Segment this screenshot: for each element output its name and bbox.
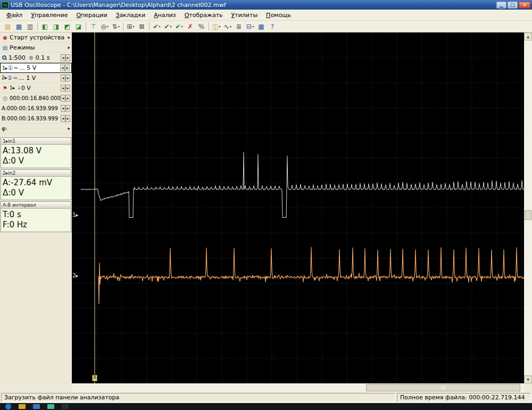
measure-panel-interval: A-B интервал T:0 s F:0 Hz [1, 201, 71, 232]
marker-b-button[interactable]: ✔▾ [162, 21, 173, 31]
measure-panel-ch2-header[interactable]: 2▸in2 [1, 170, 71, 177]
menu-help[interactable]: Помощь [262, 10, 295, 20]
clear-markers-button[interactable]: ✗ [185, 21, 196, 31]
panel-layout-3-button[interactable]: ◩ [62, 21, 73, 31]
channel-1-range-value: ... 5 V [19, 64, 36, 71]
print-button[interactable]: ▥ [24, 21, 36, 31]
usb-oscilloscope-window: ∿ USB Oscilloscope - C:\Users\Manager\De… [0, 0, 532, 410]
save-button[interactable]: ▦ [13, 21, 24, 31]
channel-1-range-down-button[interactable]: ◂ [60, 64, 65, 71]
channel-1-range-up-button[interactable]: ▸ [65, 64, 70, 71]
channel-2-row[interactable]: 2▸ ② ≈ ... 1 V ◂ ▸ [0, 73, 72, 83]
start-button[interactable] [5, 404, 11, 409]
scroll-down-button[interactable]: ▼ [524, 375, 532, 383]
phase-row[interactable]: φ: ▸ [0, 124, 72, 134]
minimize-button[interactable]: ▁ [496, 2, 506, 9]
channel-2-range-up-button[interactable]: ▸ [65, 75, 70, 81]
status-bar: Загрузить файл панели анализатора Полное… [0, 392, 532, 403]
measure-panel-ch1-header[interactable]: 1▸in1 [1, 138, 71, 145]
menu-bookmarks[interactable]: Закладки [112, 10, 150, 20]
panel-layout-4-button-icon: ◪ [76, 23, 81, 30]
marker-b-left-button[interactable]: ◂ [61, 115, 65, 122]
list-view-button[interactable]: ≣ [233, 21, 244, 31]
list-view-button-icon: ≣ [236, 23, 242, 30]
graph-view-button[interactable]: ∿▾ [222, 21, 233, 31]
marker-a-button-icon: ✔ [153, 23, 158, 30]
marker-a-button[interactable]: ✔▾ [151, 21, 162, 31]
open-file-button[interactable]: ▤ [2, 21, 13, 31]
taskbar-app2-icon[interactable] [47, 404, 54, 409]
trigger-down-button[interactable]: ◂ [61, 85, 65, 92]
title-bar[interactable]: ∿ USB Oscilloscope - C:\Users\Manager\De… [0, 0, 532, 10]
panel-layout-1-button[interactable]: ◧ [39, 21, 51, 31]
file-total-time: Полное время файла: 000:00:22.719.144 [397, 393, 531, 402]
marker-a-left-button[interactable]: ◂ [61, 105, 65, 112]
zoom-extents-button[interactable]: ⊠ [136, 21, 147, 31]
grid-view-button[interactable]: ▦ [255, 21, 267, 31]
channel-1-row[interactable]: 1▸ ① ≈ ... 5 V ◂ ▸ [0, 63, 72, 73]
marker-ab-button[interactable]: ✔▾ [173, 21, 185, 31]
pan-mode-button[interactable]: ⇅▾ [110, 21, 121, 31]
cursor-time-row[interactable]: ◷ 000:00:16.840.000 ◂ ▸ [0, 93, 72, 103]
panel-layout-2-button-icon: ◨ [53, 23, 59, 30]
marker-b-right-button[interactable]: ▸ [65, 115, 70, 122]
phase-label: φ: [2, 125, 7, 132]
start-device-row[interactable]: ◉ Старт устройства ▸ [0, 32, 72, 43]
zoom-increase-button[interactable]: ▸ [65, 54, 70, 61]
menu-management[interactable]: Управление [27, 10, 72, 20]
marker-a-row[interactable]: A:000:00:16.939.999 ◂ ▸ [0, 103, 72, 113]
trigger-row[interactable]: ⚑ 1▸ ↓ 0 V ◂ ▸ [0, 83, 72, 93]
measure-button[interactable]: ⊤ [88, 21, 99, 31]
modes-row[interactable]: ▤ Режимы ▸ [0, 43, 72, 53]
statistics-button[interactable]: % [196, 21, 207, 31]
print-button-icon: ▥ [27, 23, 33, 30]
panel-layout-1-button-icon: ◧ [42, 23, 48, 30]
taskbar-folder-icon[interactable] [19, 404, 26, 409]
vertical-scrollbar[interactable]: ▲ ▼ [524, 32, 532, 383]
help-button[interactable]: ? [267, 21, 278, 31]
toolbar-separator [123, 22, 123, 30]
vertical-scroll-thumb[interactable] [525, 210, 531, 220]
analyzer-panel-button[interactable]: ◫▾ [211, 21, 222, 31]
zoom-extents-button-icon: ⊠ [139, 23, 144, 30]
scroll-up-button[interactable]: ▲ [524, 32, 532, 40]
scope-canvas[interactable] [72, 32, 524, 383]
measure-panel-interval-header[interactable]: A-B интервал [1, 202, 71, 209]
menu-utilities[interactable]: Утилиты [227, 10, 262, 20]
cursor-left-button[interactable]: ◂ [61, 95, 65, 102]
grid-view-button-icon: ▦ [258, 23, 264, 30]
marker-a-right-button[interactable]: ▸ [65, 105, 70, 112]
menu-display[interactable]: Отображать [180, 10, 227, 20]
thumb-grip-icon [442, 386, 442, 390]
expand-arrow-icon: ▸ [68, 45, 70, 50]
trigger-up-button[interactable]: ▸ [65, 85, 70, 92]
caret-down-icon: ▾ [159, 24, 161, 28]
horizontal-scroll-thumb[interactable] [366, 384, 520, 391]
panel-layout-2-button[interactable]: ◨ [51, 21, 62, 31]
marker-b-row[interactable]: B:000:00:16.939.999 ◂ ▸ [0, 113, 72, 124]
taskbar-app1-icon[interactable] [33, 404, 40, 409]
menu-analysis[interactable]: Анализ [149, 10, 180, 20]
thumb-grip-icon [443, 386, 444, 390]
scope-display[interactable]: 1▸2▸A [72, 32, 524, 383]
horizontal-scrollbar[interactable] [72, 383, 524, 392]
cursor-a-label[interactable]: A [92, 375, 97, 381]
zoom-mode-button[interactable]: ◎▾ [99, 21, 110, 31]
zoom-decrease-button[interactable]: ◂ [61, 54, 65, 61]
table-view-button[interactable]: ⊟▾ [244, 21, 255, 31]
thumb-grip-icon [445, 386, 445, 390]
display-mode-button[interactable]: ⊞▾ [125, 21, 136, 31]
cursor-right-button[interactable]: ▸ [65, 95, 70, 102]
power-icon: ◉ [2, 35, 9, 40]
measure-button-icon: ⊤ [90, 23, 96, 30]
zoom-ratio-row[interactable]: 1:500 ⊕ 0.1 s ◂ ▸ [0, 53, 72, 63]
taskbar-app3-icon[interactable] [62, 404, 69, 409]
maximize-button[interactable]: □ [508, 2, 518, 9]
channel-2-range-value: ... 1 V [19, 75, 36, 81]
menu-file[interactable]: Файл [2, 10, 27, 20]
panel-layout-4-button[interactable]: ◪ [73, 21, 84, 31]
menu-operations[interactable]: Операции [72, 10, 111, 20]
close-button[interactable]: × [519, 2, 530, 9]
ch2-delta-value: Δ:0 V [3, 188, 69, 198]
channel-2-range-down-button[interactable]: ◂ [61, 75, 65, 81]
